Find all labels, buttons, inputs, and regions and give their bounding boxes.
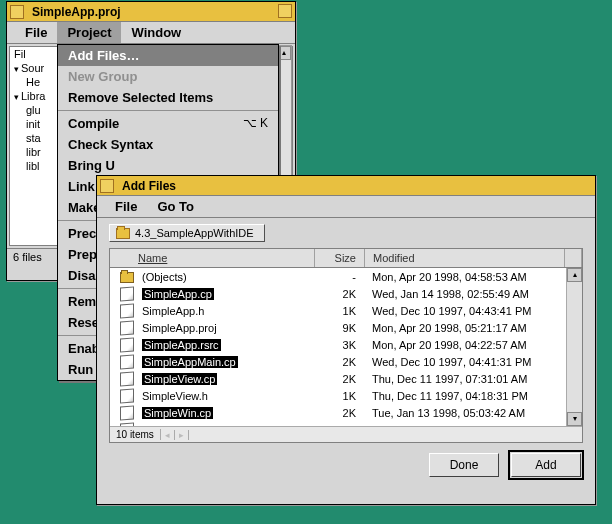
file-size: - [312, 271, 362, 283]
file-name: SimpleApp.h [142, 305, 204, 317]
dialog-titlebar[interactable]: Add Files [97, 176, 595, 196]
hscroll-right-icon[interactable]: ▸ [175, 430, 189, 440]
dialog-title: Add Files [122, 179, 176, 193]
file-size: 1K [312, 305, 362, 317]
done-button[interactable]: Done [429, 453, 499, 477]
zoom-icon[interactable] [278, 4, 292, 18]
menu-item[interactable]: Bring U [58, 155, 278, 176]
document-icon [120, 422, 134, 426]
dialog-menubar: File Go To [97, 196, 595, 218]
document-icon [120, 320, 134, 335]
file-modified: Mon, Apr 20 1998, 04:58:53 AM [362, 271, 562, 283]
file-size: 1K [312, 424, 362, 427]
file-modified: Tue, Jan 13 1998, 05:03:42 AM [362, 407, 562, 419]
document-icon [120, 303, 134, 318]
menu-item[interactable]: Compile⌥ K [58, 113, 278, 134]
file-size: 9K [312, 322, 362, 334]
col-name[interactable]: Name [110, 249, 315, 267]
file-name: SimpleAppMain.cp [142, 356, 238, 368]
menu-item[interactable]: Check Syntax [58, 134, 278, 155]
file-modified: Wed, Dec 10 1997, 04:41:31 PM [362, 356, 562, 368]
file-scrollbar[interactable]: ▴ ▾ [566, 268, 582, 426]
col-modified[interactable]: Modified [365, 249, 565, 267]
path-label: 4.3_SampleAppWithIDE [135, 227, 254, 239]
menu-item: New Group [58, 66, 278, 87]
table-row[interactable]: SimpleView.cp2KThu, Dec 11 1997, 07:31:0… [110, 370, 566, 387]
file-name: SimpleView.cp [142, 373, 217, 385]
menu-separator [58, 110, 278, 111]
table-row[interactable]: SimpleView.h1KThu, Dec 11 1997, 04:18:31… [110, 387, 566, 404]
menu-item-label: Link [68, 179, 95, 194]
menu-item[interactable]: Remove Selected Items [58, 87, 278, 108]
document-icon [120, 354, 134, 369]
path-button[interactable]: 4.3_SampleAppWithIDE [109, 224, 265, 242]
menu-project[interactable]: Project [57, 22, 121, 43]
menu-item-label: Compile [68, 116, 119, 131]
file-name: SimpleApp.proj [142, 322, 217, 334]
close-icon[interactable] [10, 5, 24, 19]
scroll-up-icon[interactable]: ▴ [277, 46, 291, 60]
project-menubar: File Project Window [7, 22, 295, 44]
add-files-dialog: Add Files File Go To 4.3_SampleAppWithID… [96, 175, 596, 505]
scroll-down-icon[interactable]: ▾ [567, 412, 582, 426]
menu-file[interactable]: File [15, 22, 57, 43]
table-row[interactable]: SimpleWin.cp2KTue, Jan 13 1998, 05:03:42… [110, 404, 566, 421]
file-name: SimpleApp.cp [142, 288, 214, 300]
menu-item-label: Bring U [68, 158, 115, 173]
dialog-buttons: Done Add [97, 443, 595, 487]
table-row[interactable]: SimpleWin.h1KTue, Jan 13 1998, 05:03:28 … [110, 421, 566, 426]
project-title: SimpleApp.proj [32, 5, 121, 19]
file-modified: Wed, Dec 10 1997, 04:43:41 PM [362, 305, 562, 317]
folder-icon [116, 228, 130, 239]
col-size[interactable]: Size [315, 249, 365, 267]
file-size: 2K [312, 356, 362, 368]
file-modified: Wed, Jan 14 1998, 02:55:49 AM [362, 288, 562, 300]
file-rows[interactable]: (Objects)-Mon, Apr 20 1998, 04:58:53 AMS… [110, 268, 582, 426]
dialog-menu-goto[interactable]: Go To [147, 196, 204, 217]
file-name: SimpleApp.rsrc [142, 339, 221, 351]
table-row[interactable]: SimpleAppMain.cp2KWed, Dec 10 1997, 04:4… [110, 353, 566, 370]
menu-shortcut: ⌥ K [243, 116, 268, 131]
table-row[interactable]: SimpleApp.proj9KMon, Apr 20 1998, 05:21:… [110, 319, 566, 336]
menu-window[interactable]: Window [121, 22, 191, 43]
add-button[interactable]: Add [511, 453, 581, 477]
path-bar: 4.3_SampleAppWithIDE [97, 218, 595, 248]
file-name: SimpleView.h [142, 390, 208, 402]
menu-item-label: Remove Selected Items [68, 90, 213, 105]
menu-item-label: Run [68, 362, 93, 377]
document-icon [120, 337, 134, 352]
file-size: 2K [312, 373, 362, 385]
dialog-menu-file[interactable]: File [105, 196, 147, 217]
file-list: Name Size Modified (Objects)-Mon, Apr 20… [109, 248, 583, 443]
file-name: (Objects) [142, 271, 187, 283]
table-row[interactable]: SimpleApp.rsrc3KMon, Apr 20 1998, 04:22:… [110, 336, 566, 353]
table-row[interactable]: SimpleApp.cp2KWed, Jan 14 1998, 02:55:49… [110, 285, 566, 302]
column-headers: Name Size Modified [110, 249, 582, 268]
document-icon [120, 286, 134, 301]
folder-icon [120, 272, 134, 283]
file-name: SimpleWin.h [142, 424, 204, 427]
menu-item[interactable]: Add Files… [58, 45, 278, 66]
col-scroll-spacer [565, 249, 582, 267]
menu-item-label: New Group [68, 69, 137, 84]
hscroll-left-icon[interactable]: ◂ [161, 430, 175, 440]
file-size: 2K [312, 407, 362, 419]
file-modified: Mon, Apr 20 1998, 05:21:17 AM [362, 322, 562, 334]
table-row[interactable]: (Objects)-Mon, Apr 20 1998, 04:58:53 AM [110, 268, 566, 285]
file-size: 1K [312, 390, 362, 402]
project-titlebar[interactable]: SimpleApp.proj [7, 2, 295, 22]
file-list-status: 10 items ◂ ▸ [110, 426, 582, 442]
close-icon[interactable] [100, 179, 114, 193]
table-row[interactable]: SimpleApp.h1KWed, Dec 10 1997, 04:43:41 … [110, 302, 566, 319]
document-icon [120, 371, 134, 386]
file-name: SimpleWin.cp [142, 407, 213, 419]
file-modified: Mon, Apr 20 1998, 04:22:57 AM [362, 339, 562, 351]
file-size: 3K [312, 339, 362, 351]
file-modified: Thu, Dec 11 1997, 04:18:31 PM [362, 390, 562, 402]
document-icon [120, 388, 134, 403]
scroll-up-icon[interactable]: ▴ [567, 268, 582, 282]
menu-item-label: Add Files… [68, 48, 140, 63]
item-count: 10 items [110, 429, 161, 440]
document-icon [120, 405, 134, 420]
file-modified: Tue, Jan 13 1998, 05:03:28 AM [362, 424, 562, 427]
